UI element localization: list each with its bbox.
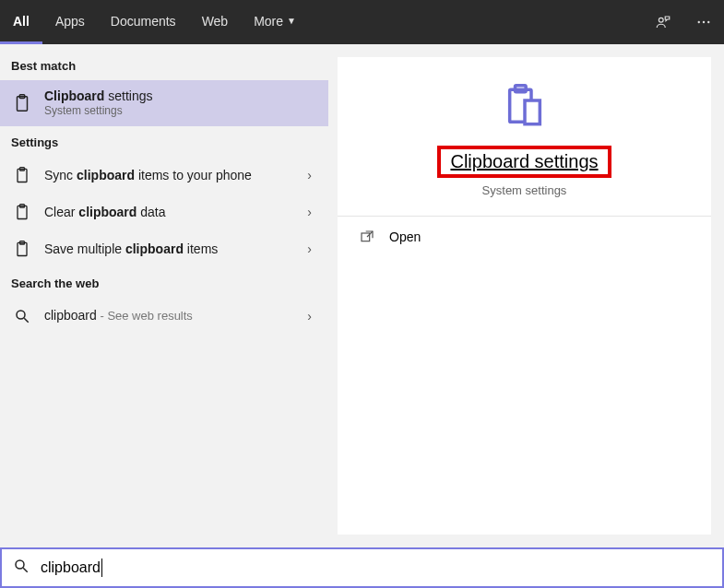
chevron-down-icon: ▼ — [287, 16, 296, 26]
svg-point-2 — [703, 21, 705, 23]
section-search-web: Search the web — [0, 267, 328, 298]
highlight-annotation: Clipboard settings — [437, 146, 611, 178]
action-label: Open — [389, 229, 421, 244]
svg-point-18 — [16, 560, 24, 569]
result-sync-clipboard[interactable]: Sync clipboard items to your phone › — [0, 157, 328, 194]
svg-rect-16 — [525, 100, 540, 124]
search-icon — [11, 305, 33, 327]
svg-point-12 — [17, 311, 25, 319]
svg-point-1 — [698, 21, 700, 23]
result-label: clipboard - See web results — [44, 307, 302, 324]
chevron-right-icon: › — [302, 168, 317, 182]
svg-line-13 — [24, 318, 29, 323]
clipboard-icon — [11, 201, 33, 223]
text-cursor — [101, 559, 102, 577]
ellipsis-icon — [695, 14, 712, 30]
result-label: Clipboard settings System settings — [44, 88, 317, 119]
search-icon — [13, 558, 30, 578]
chevron-right-icon: › — [302, 241, 317, 256]
detail-header: Clipboard settings System settings — [338, 57, 711, 217]
tab-web[interactable]: Web — [189, 0, 242, 44]
person-feedback-icon — [655, 14, 671, 30]
svg-rect-17 — [362, 233, 370, 241]
clipboard-icon — [11, 238, 33, 260]
feedback-button[interactable] — [643, 0, 683, 44]
search-box[interactable]: clipboard — [0, 547, 724, 588]
svg-line-19 — [23, 568, 28, 572]
chevron-right-icon: › — [302, 205, 317, 219]
result-save-multiple-clipboard[interactable]: Save multiple clipboard items › — [0, 230, 328, 267]
search-filter-tabs: All Apps Documents Web More▼ — [0, 0, 724, 44]
section-settings: Settings — [0, 126, 328, 157]
clipboard-large-icon — [499, 81, 551, 136]
search-results-area: Best match Clipboard settings System set… — [0, 44, 724, 547]
result-label: Save multiple clipboard items — [44, 241, 302, 257]
tab-apps[interactable]: Apps — [42, 0, 98, 44]
svg-point-3 — [707, 21, 709, 23]
svg-point-0 — [659, 18, 663, 22]
detail-title[interactable]: Clipboard settings — [450, 151, 598, 172]
result-clipboard-settings[interactable]: Clipboard settings System settings — [0, 80, 328, 126]
tab-documents[interactable]: Documents — [98, 0, 189, 44]
chevron-right-icon: › — [302, 309, 317, 323]
search-input[interactable]: clipboard — [41, 559, 102, 577]
result-label: Sync clipboard items to your phone — [44, 167, 302, 183]
clipboard-icon — [11, 164, 33, 186]
clipboard-icon — [11, 92, 33, 114]
action-open[interactable]: Open — [338, 217, 711, 257]
open-icon — [356, 229, 378, 244]
tab-more[interactable]: More▼ — [241, 0, 309, 44]
results-list: Best match Clipboard settings System set… — [0, 44, 328, 547]
result-label: Clear clipboard data — [44, 204, 302, 220]
detail-subtitle: System settings — [482, 183, 567, 197]
result-clear-clipboard[interactable]: Clear clipboard data › — [0, 194, 328, 230]
more-options-button[interactable] — [683, 0, 724, 44]
detail-pane: Clipboard settings System settings Open — [338, 57, 711, 535]
section-best-match: Best match — [0, 50, 328, 80]
detail-pane-container: Clipboard settings System settings Open — [328, 44, 724, 547]
result-web-clipboard[interactable]: clipboard - See web results › — [0, 298, 328, 335]
tab-all[interactable]: All — [0, 0, 42, 44]
